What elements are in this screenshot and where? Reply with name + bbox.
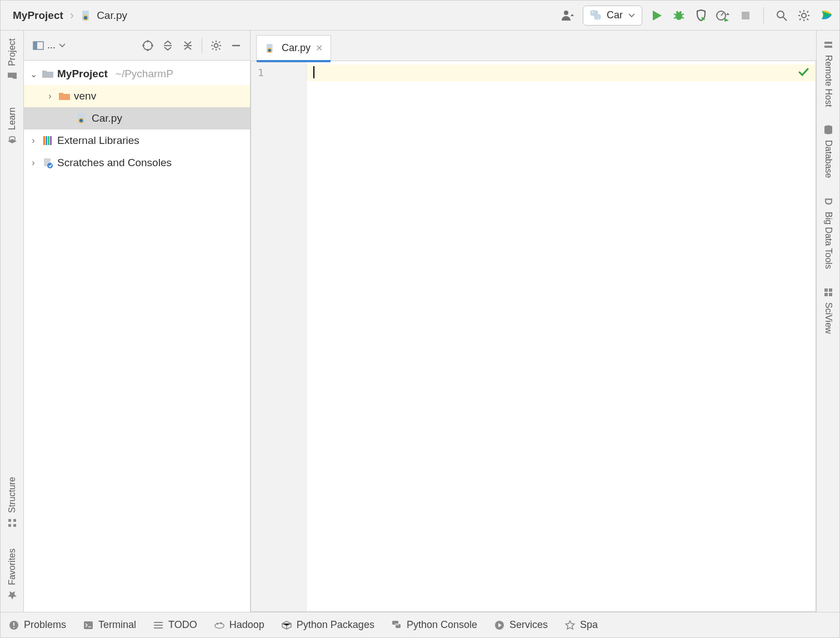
sciview-icon — [823, 287, 834, 298]
tree-file-car-label: Car.py — [92, 112, 122, 124]
svg-line-8 — [682, 14, 684, 15]
tree-ext-libs-label: External Libraries — [57, 134, 139, 147]
tree-root-label: MyProject — [57, 68, 108, 80]
svg-rect-70 — [13, 627, 14, 628]
status-python-packages[interactable]: Python Packages — [281, 619, 374, 631]
project-settings-button[interactable] — [208, 37, 224, 54]
navigation-bar: MyProject › Car.py Car — [1, 1, 839, 31]
chevron-right-icon[interactable]: › — [45, 91, 55, 101]
locate-button[interactable] — [139, 37, 156, 54]
svg-point-11 — [676, 11, 678, 13]
svg-rect-53 — [46, 136, 47, 145]
status-services-label: Services — [509, 619, 548, 631]
coverage-button[interactable] — [693, 8, 709, 23]
breadcrumb-file-label: Car.py — [97, 9, 127, 22]
user-button[interactable] — [561, 8, 576, 23]
run-config-selector[interactable]: Car — [583, 6, 642, 26]
tree-scratches-label: Scratches and Consoles — [57, 157, 172, 169]
svg-line-44 — [212, 42, 213, 43]
svg-rect-52 — [43, 136, 45, 145]
tree-scratches[interactable]: › Scratches and Consoles — [24, 152, 250, 174]
learn-icon — [7, 134, 18, 146]
svg-point-4 — [592, 12, 593, 13]
status-services[interactable]: Services — [494, 619, 548, 631]
expand-all-button[interactable] — [159, 37, 176, 54]
status-python-console-label: Python Console — [407, 619, 477, 631]
breadcrumb-project[interactable]: MyProject — [13, 9, 63, 22]
status-spark-label: Spa — [580, 619, 598, 631]
svg-rect-65 — [829, 288, 832, 292]
chevron-down-icon[interactable]: ⌄ — [28, 69, 38, 79]
status-spark[interactable]: Spa — [564, 619, 598, 631]
tab-learn[interactable]: Learn — [6, 104, 19, 149]
collapse-all-button[interactable] — [179, 37, 196, 54]
project-view-selector[interactable]: ... — [29, 38, 69, 53]
svg-line-46 — [212, 48, 213, 49]
svg-point-5 — [598, 18, 599, 19]
editor-body[interactable]: 1 — [251, 61, 816, 612]
left-tool-strip: Project Learn Structure — [1, 31, 24, 612]
close-icon[interactable]: ✕ — [316, 43, 323, 53]
tab-project[interactable]: Project — [6, 35, 19, 85]
editor-current-line[interactable] — [307, 64, 816, 81]
svg-point-51 — [79, 119, 83, 122]
hide-panel-button[interactable] — [228, 37, 244, 54]
svg-rect-71 — [84, 621, 93, 629]
status-todo[interactable]: TODO — [153, 619, 197, 631]
tree-file-car[interactable]: Car.py — [24, 107, 250, 129]
tree-ext-libs[interactable]: › External Libraries — [24, 129, 250, 152]
editor-tab-car[interactable]: Car.py ✕ — [256, 35, 331, 61]
project-toolbar: ... — [24, 31, 250, 61]
tab-remote-host-label: Remote Host — [823, 55, 833, 107]
jetbrains-space-icon[interactable] — [818, 8, 834, 23]
tab-project-label: Project — [7, 38, 17, 66]
status-terminal[interactable]: Terminal — [83, 619, 136, 631]
settings-button[interactable] — [796, 8, 812, 23]
project-tree: ⌄ MyProject ~/PycharmP › venv Car.py — [24, 61, 250, 612]
status-problems[interactable]: Problems — [8, 619, 66, 631]
svg-rect-28 — [8, 524, 11, 527]
chevron-right-icon[interactable]: › — [28, 158, 38, 168]
tab-database[interactable]: Database — [822, 121, 835, 182]
svg-point-17 — [802, 13, 806, 18]
inspection-ok-icon[interactable] — [798, 67, 809, 78]
profile-button[interactable] — [716, 8, 731, 23]
project-view-label: ... — [47, 39, 56, 51]
debug-button[interactable] — [671, 8, 687, 23]
tab-structure[interactable]: Structure — [6, 473, 19, 532]
svg-rect-27 — [13, 519, 16, 522]
status-python-console[interactable]: Python Console — [391, 619, 477, 631]
svg-line-9 — [674, 17, 676, 18]
tree-root[interactable]: ⌄ MyProject ~/PycharmP — [24, 63, 250, 85]
svg-point-2 — [84, 16, 87, 19]
editor-code[interactable] — [307, 61, 816, 611]
svg-rect-54 — [48, 136, 49, 145]
svg-rect-14 — [742, 12, 749, 19]
tree-venv[interactable]: › venv — [24, 85, 250, 107]
breadcrumb-file[interactable]: Car.py — [81, 9, 127, 22]
structure-icon — [7, 517, 18, 529]
python-file-icon — [264, 42, 277, 54]
tab-sciview[interactable]: SciView — [822, 283, 835, 337]
svg-point-75 — [215, 623, 224, 628]
python-icon — [590, 10, 601, 21]
breadcrumb-separator-icon: › — [70, 8, 74, 23]
run-button[interactable] — [649, 8, 664, 23]
status-hadoop[interactable]: Hadoop — [214, 619, 264, 631]
svg-point-57 — [47, 163, 53, 168]
svg-rect-26 — [13, 524, 16, 527]
search-everywhere-button[interactable] — [774, 8, 789, 23]
svg-rect-69 — [13, 622, 14, 626]
hadoop-icon — [214, 620, 225, 631]
stop-button[interactable] — [738, 8, 753, 23]
status-todo-label: TODO — [168, 619, 197, 631]
problems-icon — [8, 620, 19, 631]
tab-remote-host[interactable]: Remote Host — [822, 36, 835, 110]
tab-favorites[interactable]: Favorites — [6, 545, 19, 604]
tab-big-data-label: Big Data Tools — [823, 212, 833, 269]
layout-icon — [33, 41, 44, 50]
services-icon — [494, 620, 505, 631]
tab-big-data-tools[interactable]: D Big Data Tools — [822, 193, 835, 272]
svg-line-23 — [807, 18, 809, 20]
chevron-right-icon[interactable]: › — [28, 136, 38, 146]
